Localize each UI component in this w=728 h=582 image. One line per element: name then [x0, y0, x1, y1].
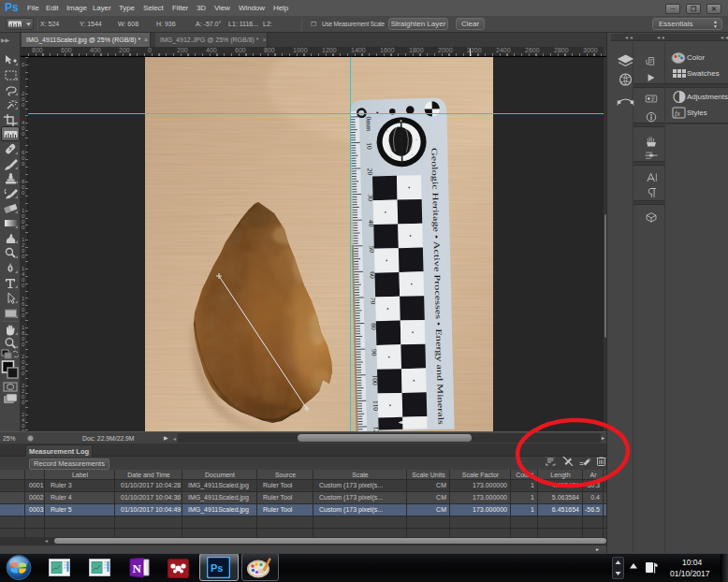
svg-text:fx: fx	[675, 109, 680, 118]
svg-text:20: 20	[366, 168, 374, 176]
svg-text:0mm: 0mm	[364, 116, 372, 131]
svg-text:10: 10	[365, 142, 373, 150]
svg-text:N: N	[133, 561, 142, 575]
svg-text:Ps: Ps	[211, 562, 223, 574]
